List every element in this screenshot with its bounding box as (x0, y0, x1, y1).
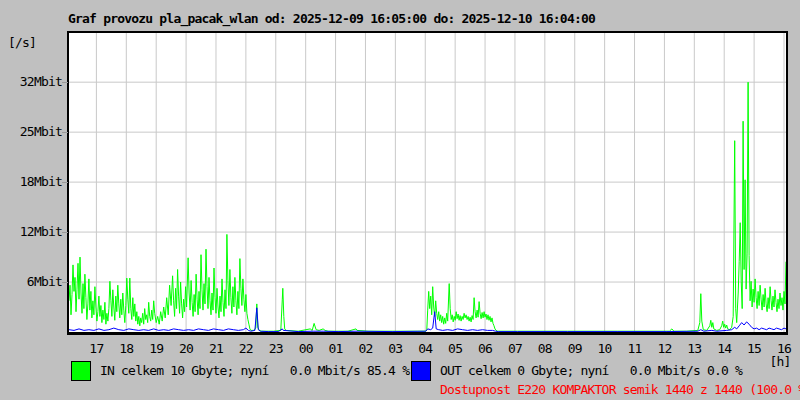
y-tick-label: 18Mbit (12, 174, 62, 189)
x-tick-label: 00 (291, 341, 321, 356)
x-tick-label: 06 (470, 341, 500, 356)
x-tick-label: 23 (261, 341, 291, 356)
x-tick-label: 02 (350, 341, 380, 356)
x-tick-label: 03 (380, 341, 410, 356)
x-tick-label: 09 (560, 341, 590, 356)
y-tick-label: 25Mbit (12, 124, 62, 139)
x-axis-unit-label: [h] (762, 354, 798, 369)
x-tick-label: 10 (590, 341, 620, 356)
y-tick-mark (62, 82, 68, 83)
y-tick-mark (62, 282, 68, 283)
in-legend-swatch (71, 361, 91, 381)
in-legend-label: IN celkem 10 Gbyte; nyní 0.0 Mbit/s 85.4… (100, 363, 409, 378)
x-tick-label: 19 (141, 341, 171, 356)
x-tick-label: 12 (649, 341, 679, 356)
graph-title: Graf provozu pla_pacak_wlan od: 2025-12-… (68, 11, 595, 26)
x-tick-label: 22 (231, 341, 261, 356)
x-tick-label: 18 (111, 341, 141, 356)
y-axis-unit-label: [/s] (8, 35, 36, 50)
x-tick-label: 11 (620, 341, 650, 356)
y-tick-label: 6Mbit (12, 274, 62, 289)
y-tick-mark (62, 182, 68, 183)
x-tick-label: 14 (709, 341, 739, 356)
x-tick-label: 21 (201, 341, 231, 356)
y-tick-mark (62, 232, 68, 233)
y-tick-label: 12Mbit (12, 224, 62, 239)
y-tick-mark (62, 132, 68, 133)
out-legend-swatch (411, 361, 431, 381)
availability-status-text: Dostupnost E220 KOMPAKTOR semik 1440 z 1… (440, 382, 800, 397)
traffic-chart-svg (69, 33, 786, 332)
traffic-graph-window: Graf provozu pla_pacak_wlan od: 2025-12-… (0, 0, 800, 400)
x-tick-label: 05 (440, 341, 470, 356)
out-legend-label: OUT celkem 0 Gbyte; nyní 0.0 Mbit/s 0.0 … (440, 363, 742, 378)
traffic-plot-area (67, 31, 788, 335)
x-tick-label: 08 (530, 341, 560, 356)
x-tick-label: 20 (171, 341, 201, 356)
x-tick-label: 17 (81, 341, 111, 356)
x-tick-label: 13 (679, 341, 709, 356)
y-tick-label: 32Mbit (12, 74, 62, 89)
x-tick-label: 01 (321, 341, 351, 356)
x-tick-label: 07 (500, 341, 530, 356)
x-tick-label: 04 (410, 341, 440, 356)
